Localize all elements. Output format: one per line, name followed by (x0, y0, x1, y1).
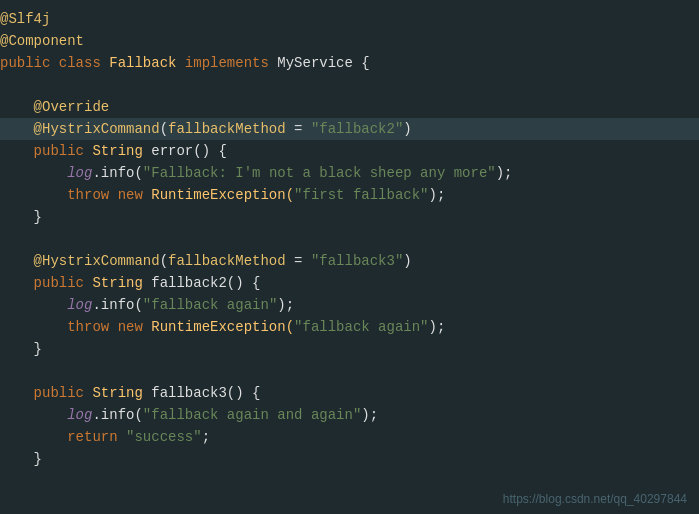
code-token: ); (277, 297, 294, 313)
line-content: return "success"; (0, 426, 687, 448)
code-token: log (67, 165, 92, 181)
code-token: Fallback (109, 55, 185, 71)
code-line (0, 360, 699, 382)
line-content: @HystrixCommand(fallbackMethod = "fallba… (0, 118, 687, 140)
code-token (0, 165, 67, 181)
code-token: ) (403, 121, 411, 137)
code-line: public String fallback3() { (0, 382, 699, 404)
code-token: "fallback again" (143, 297, 277, 313)
code-token: MyService { (277, 55, 369, 71)
code-token: = (286, 253, 311, 269)
code-token: @HystrixCommand (34, 121, 160, 137)
code-token: . (92, 407, 100, 423)
code-token: info( (101, 297, 143, 313)
code-line: } (0, 206, 699, 228)
code-line: throw new RuntimeException("fallback aga… (0, 316, 699, 338)
code-token: ); (496, 165, 513, 181)
code-token: "first fallback" (294, 187, 428, 203)
code-line: public String fallback2() { (0, 272, 699, 294)
code-token: } (0, 341, 42, 357)
code-token: @Slf4j (0, 11, 50, 27)
code-token: ( (160, 253, 168, 269)
code-line: @Component (0, 30, 699, 52)
code-token: String (92, 275, 151, 291)
code-token: fallbackMethod (168, 121, 286, 137)
code-token (0, 253, 34, 269)
line-content: log.info("fallback again and again"); (0, 404, 687, 426)
code-token: throw (67, 319, 117, 335)
line-content: @HystrixCommand(fallbackMethod = "fallba… (0, 250, 687, 272)
code-token: @Component (0, 33, 84, 49)
code-token: public (34, 385, 93, 401)
code-line: @Slf4j (0, 8, 699, 30)
code-token: log (67, 297, 92, 313)
code-line: log.info("fallback again and again"); (0, 404, 699, 426)
code-token: @Override (34, 99, 110, 115)
line-content (0, 228, 687, 250)
code-editor: @Slf4j@Componentpublic class Fallback im… (0, 0, 699, 514)
code-token: "fallback3" (311, 253, 403, 269)
code-line: @HystrixCommand(fallbackMethod = "fallba… (0, 118, 699, 140)
code-token: ); (361, 407, 378, 423)
code-line: @Override (0, 96, 699, 118)
line-content (0, 74, 687, 96)
code-token: info( (101, 165, 143, 181)
code-token: implements (185, 55, 277, 71)
code-line: } (0, 448, 699, 470)
code-token: log (67, 407, 92, 423)
code-token (0, 297, 67, 313)
code-token: @HystrixCommand (34, 253, 160, 269)
code-token: } (0, 451, 42, 467)
code-line (0, 228, 699, 250)
code-token: "success" (126, 429, 202, 445)
code-token: error() { (151, 143, 227, 159)
code-token: } (0, 209, 42, 225)
code-token: fallback2() { (151, 275, 260, 291)
code-token: "fallback again" (294, 319, 428, 335)
code-token: = (286, 121, 311, 137)
line-content: throw new RuntimeException("fallback aga… (0, 316, 687, 338)
code-token: throw (67, 187, 117, 203)
code-token (0, 143, 34, 159)
code-token: info( (101, 407, 143, 423)
line-content: log.info("fallback again"); (0, 294, 687, 316)
code-token: ); (429, 319, 446, 335)
line-content (0, 360, 687, 382)
line-content: throw new RuntimeException("first fallba… (0, 184, 687, 206)
line-content: public String fallback3() { (0, 382, 687, 404)
code-token: public (0, 55, 59, 71)
line-content: public class Fallback implements MyServi… (0, 52, 687, 74)
code-token: String (92, 143, 151, 159)
code-token (0, 319, 67, 335)
code-token: ); (429, 187, 446, 203)
code-token: class (59, 55, 109, 71)
code-token (0, 187, 67, 203)
line-content: @Component (0, 30, 687, 52)
code-line: log.info("Fallback: I'm not a black shee… (0, 162, 699, 184)
line-content: @Slf4j (0, 8, 687, 30)
code-token (0, 121, 34, 137)
code-token: new (118, 319, 152, 335)
code-token: RuntimeException( (151, 319, 294, 335)
code-token: . (92, 165, 100, 181)
code-token: fallback3() { (151, 385, 260, 401)
code-line: return "success"; (0, 426, 699, 448)
code-token: ( (160, 121, 168, 137)
code-line: public class Fallback implements MyServi… (0, 52, 699, 74)
line-content: public String error() { (0, 140, 687, 162)
code-token: ) (403, 253, 411, 269)
line-content: public String fallback2() { (0, 272, 687, 294)
code-token: . (92, 297, 100, 313)
code-line (0, 74, 699, 96)
code-token: RuntimeException( (151, 187, 294, 203)
code-line: public String error() { (0, 140, 699, 162)
code-token: public (34, 143, 93, 159)
code-token: "fallback2" (311, 121, 403, 137)
code-line: @HystrixCommand(fallbackMethod = "fallba… (0, 250, 699, 272)
code-token (0, 385, 34, 401)
code-line: log.info("fallback again"); (0, 294, 699, 316)
code-line: throw new RuntimeException("first fallba… (0, 184, 699, 206)
code-line: } (0, 338, 699, 360)
line-content: log.info("Fallback: I'm not a black shee… (0, 162, 687, 184)
code-token (0, 275, 34, 291)
